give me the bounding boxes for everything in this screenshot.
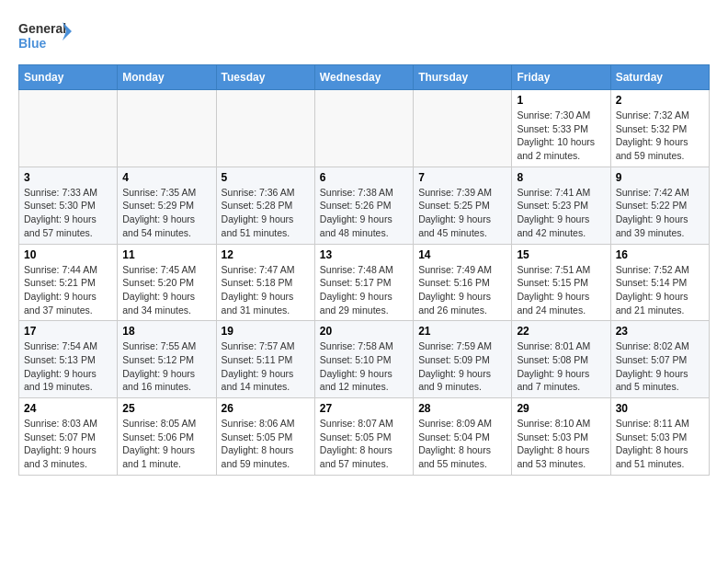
day-info: Sunrise: 7:44 AM Sunset: 5:21 PM Dayligh… (24, 263, 112, 317)
day-info: Sunrise: 8:01 AM Sunset: 5:08 PM Dayligh… (517, 339, 605, 394)
day-number: 25 (122, 402, 210, 415)
day-number: 4 (122, 171, 210, 184)
day-info: Sunrise: 7:45 AM Sunset: 5:20 PM Dayligh… (122, 263, 210, 317)
day-info: Sunrise: 8:02 AM Sunset: 5:07 PM Dayligh… (616, 339, 704, 394)
calendar-cell (414, 90, 512, 167)
svg-text:General: General (18, 21, 66, 36)
day-number: 6 (320, 171, 408, 184)
calendar-cell: 15Sunrise: 7:51 AM Sunset: 5:15 PM Dayli… (512, 244, 610, 321)
day-number: 7 (418, 171, 506, 184)
day-info: Sunrise: 7:41 AM Sunset: 5:23 PM Dayligh… (517, 186, 605, 240)
day-info: Sunrise: 8:06 AM Sunset: 5:05 PM Dayligh… (222, 417, 310, 471)
day-header-wednesday: Wednesday (314, 65, 413, 90)
day-info: Sunrise: 7:30 AM Sunset: 5:33 PM Dayligh… (517, 109, 605, 163)
calendar-cell: 5Sunrise: 7:36 AM Sunset: 5:28 PM Daylig… (216, 167, 314, 244)
day-info: Sunrise: 7:49 AM Sunset: 5:16 PM Dayligh… (418, 263, 506, 317)
calendar-cell: 12Sunrise: 7:47 AM Sunset: 5:18 PM Dayli… (216, 244, 314, 321)
day-header-friday: Friday (512, 65, 610, 90)
day-info: Sunrise: 7:59 AM Sunset: 5:09 PM Dayligh… (418, 339, 506, 394)
day-header-tuesday: Tuesday (216, 65, 314, 90)
day-info: Sunrise: 7:51 AM Sunset: 5:15 PM Dayligh… (517, 263, 605, 317)
day-info: Sunrise: 7:33 AM Sunset: 5:30 PM Dayligh… (24, 186, 112, 240)
calendar-cell (118, 90, 216, 167)
calendar-cell: 18Sunrise: 7:55 AM Sunset: 5:12 PM Dayli… (118, 321, 216, 398)
day-number: 17 (24, 325, 112, 338)
day-info: Sunrise: 7:38 AM Sunset: 5:26 PM Dayligh… (320, 186, 408, 240)
calendar-week-1: 1Sunrise: 7:30 AM Sunset: 5:33 PM Daylig… (19, 90, 710, 167)
day-info: Sunrise: 7:57 AM Sunset: 5:11 PM Dayligh… (222, 339, 310, 394)
calendar-cell: 11Sunrise: 7:45 AM Sunset: 5:20 PM Dayli… (118, 244, 216, 321)
day-number: 3 (24, 171, 112, 184)
calendar-cell: 7Sunrise: 7:39 AM Sunset: 5:25 PM Daylig… (414, 167, 512, 244)
calendar-cell: 8Sunrise: 7:41 AM Sunset: 5:23 PM Daylig… (512, 167, 610, 244)
day-number: 11 (122, 248, 210, 261)
calendar-cell: 9Sunrise: 7:42 AM Sunset: 5:22 PM Daylig… (610, 167, 709, 244)
calendar-week-3: 10Sunrise: 7:44 AM Sunset: 5:21 PM Dayli… (19, 244, 710, 321)
calendar-cell: 30Sunrise: 8:11 AM Sunset: 5:03 PM Dayli… (610, 398, 709, 476)
day-info: Sunrise: 7:32 AM Sunset: 5:32 PM Dayligh… (616, 109, 704, 163)
calendar-cell (216, 90, 314, 167)
calendar-cell: 6Sunrise: 7:38 AM Sunset: 5:26 PM Daylig… (314, 167, 413, 244)
calendar-cell (19, 90, 118, 167)
day-number: 10 (24, 248, 112, 261)
calendar-cell: 27Sunrise: 8:07 AM Sunset: 5:05 PM Dayli… (314, 398, 413, 476)
calendar-cell: 21Sunrise: 7:59 AM Sunset: 5:09 PM Dayli… (414, 321, 512, 398)
calendar-cell: 17Sunrise: 7:54 AM Sunset: 5:13 PM Dayli… (19, 321, 118, 398)
svg-text:Blue: Blue (18, 36, 47, 51)
day-number: 16 (616, 248, 704, 261)
calendar-cell (314, 90, 413, 167)
calendar-week-5: 24Sunrise: 8:03 AM Sunset: 5:07 PM Dayli… (19, 398, 710, 476)
day-info: Sunrise: 7:35 AM Sunset: 5:29 PM Dayligh… (122, 186, 210, 240)
day-number: 22 (517, 325, 605, 338)
calendar-cell: 2Sunrise: 7:32 AM Sunset: 5:32 PM Daylig… (610, 90, 709, 167)
day-number: 19 (222, 325, 310, 338)
calendar-week-4: 17Sunrise: 7:54 AM Sunset: 5:13 PM Dayli… (19, 321, 710, 398)
day-number: 9 (616, 171, 704, 184)
calendar-cell: 10Sunrise: 7:44 AM Sunset: 5:21 PM Dayli… (19, 244, 118, 321)
calendar-cell: 14Sunrise: 7:49 AM Sunset: 5:16 PM Dayli… (414, 244, 512, 321)
day-number: 8 (517, 171, 605, 184)
day-number: 13 (320, 248, 408, 261)
day-number: 1 (517, 94, 605, 107)
day-header-sunday: Sunday (19, 65, 118, 90)
calendar-cell: 20Sunrise: 7:58 AM Sunset: 5:10 PM Dayli… (314, 321, 413, 398)
day-number: 20 (320, 325, 408, 338)
day-info: Sunrise: 7:42 AM Sunset: 5:22 PM Dayligh… (616, 186, 704, 240)
day-info: Sunrise: 8:09 AM Sunset: 5:04 PM Dayligh… (418, 417, 506, 471)
calendar-week-2: 3Sunrise: 7:33 AM Sunset: 5:30 PM Daylig… (19, 167, 710, 244)
calendar-cell: 25Sunrise: 8:05 AM Sunset: 5:06 PM Dayli… (118, 398, 216, 476)
calendar-cell: 28Sunrise: 8:09 AM Sunset: 5:04 PM Dayli… (414, 398, 512, 476)
calendar-cell: 26Sunrise: 8:06 AM Sunset: 5:05 PM Dayli… (216, 398, 314, 476)
logo-svg: General Blue (18, 18, 74, 55)
calendar-cell: 29Sunrise: 8:10 AM Sunset: 5:03 PM Dayli… (512, 398, 610, 476)
day-info: Sunrise: 7:54 AM Sunset: 5:13 PM Dayligh… (24, 339, 112, 394)
day-number: 30 (616, 402, 704, 415)
day-info: Sunrise: 7:55 AM Sunset: 5:12 PM Dayligh… (122, 339, 210, 394)
day-info: Sunrise: 7:47 AM Sunset: 5:18 PM Dayligh… (222, 263, 310, 317)
logo: General Blue (18, 18, 74, 55)
day-info: Sunrise: 7:48 AM Sunset: 5:17 PM Dayligh… (320, 263, 408, 317)
calendar-cell: 24Sunrise: 8:03 AM Sunset: 5:07 PM Dayli… (19, 398, 118, 476)
day-number: 27 (320, 402, 408, 415)
calendar-cell: 19Sunrise: 7:57 AM Sunset: 5:11 PM Dayli… (216, 321, 314, 398)
day-number: 23 (616, 325, 704, 338)
calendar-cell: 4Sunrise: 7:35 AM Sunset: 5:29 PM Daylig… (118, 167, 216, 244)
day-number: 14 (418, 248, 506, 261)
calendar-cell: 22Sunrise: 8:01 AM Sunset: 5:08 PM Dayli… (512, 321, 610, 398)
calendar-cell: 13Sunrise: 7:48 AM Sunset: 5:17 PM Dayli… (314, 244, 413, 321)
calendar-header-row: SundayMondayTuesdayWednesdayThursdayFrid… (19, 65, 710, 90)
day-info: Sunrise: 7:58 AM Sunset: 5:10 PM Dayligh… (320, 339, 408, 394)
day-info: Sunrise: 7:39 AM Sunset: 5:25 PM Dayligh… (418, 186, 506, 240)
day-info: Sunrise: 7:52 AM Sunset: 5:14 PM Dayligh… (616, 263, 704, 317)
day-header-thursday: Thursday (414, 65, 512, 90)
calendar-cell: 3Sunrise: 7:33 AM Sunset: 5:30 PM Daylig… (19, 167, 118, 244)
day-info: Sunrise: 8:03 AM Sunset: 5:07 PM Dayligh… (24, 417, 112, 471)
day-number: 2 (616, 94, 704, 107)
day-number: 24 (24, 402, 112, 415)
day-header-saturday: Saturday (610, 65, 709, 90)
day-number: 29 (517, 402, 605, 415)
day-header-monday: Monday (118, 65, 216, 90)
day-number: 15 (517, 248, 605, 261)
calendar-cell: 23Sunrise: 8:02 AM Sunset: 5:07 PM Dayli… (610, 321, 709, 398)
day-number: 18 (122, 325, 210, 338)
